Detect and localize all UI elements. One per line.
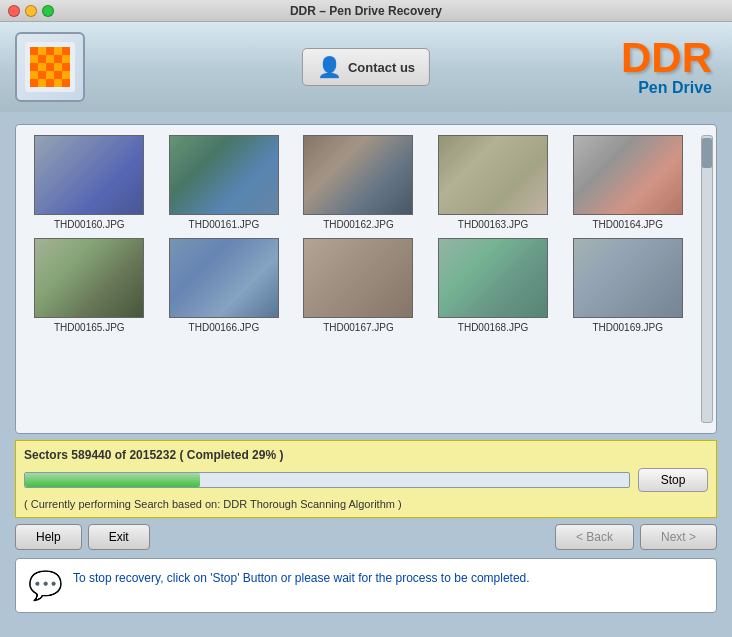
scrollbar-thumb[interactable]: [702, 138, 712, 168]
header: 👤 Contact us DDR Pen Drive: [0, 22, 732, 112]
svg-rect-18: [46, 71, 54, 79]
svg-rect-5: [62, 47, 70, 55]
progress-bar-row: Stop: [24, 468, 708, 492]
svg-rect-24: [54, 79, 62, 87]
gallery-item[interactable]: THD00164.JPG: [564, 135, 691, 230]
svg-rect-1: [30, 47, 38, 55]
back-button[interactable]: < Back: [555, 524, 634, 550]
thumbnail-label: THD00161.JPG: [189, 219, 260, 230]
gallery-item[interactable]: THD00167.JPG: [295, 238, 422, 333]
thumbnail-label: THD00165.JPG: [54, 322, 125, 333]
svg-rect-3: [46, 47, 54, 55]
exit-button[interactable]: Exit: [88, 524, 150, 550]
gallery-item[interactable]: THD00166.JPG: [161, 238, 288, 333]
minimize-button[interactable]: [25, 5, 37, 17]
thumbnail-label: THD00168.JPG: [458, 322, 529, 333]
info-icon: 💬: [28, 569, 63, 602]
svg-rect-17: [38, 71, 46, 79]
next-button[interactable]: Next >: [640, 524, 717, 550]
scrollbar[interactable]: [701, 135, 713, 423]
close-button[interactable]: [8, 5, 20, 17]
svg-rect-10: [62, 55, 70, 63]
thumbnail-overlay: [170, 239, 278, 317]
contact-icon: 👤: [317, 55, 342, 79]
thumbnail-label: THD00162.JPG: [323, 219, 394, 230]
gallery-item[interactable]: THD00160.JPG: [26, 135, 153, 230]
window-title: DDR – Pen Drive Recovery: [290, 4, 442, 18]
svg-rect-19: [54, 71, 62, 79]
thumbnail-overlay: [35, 136, 143, 214]
svg-rect-14: [54, 63, 62, 71]
progress-status: Sectors 589440 of 2015232 ( Completed 29…: [24, 446, 708, 464]
thumbnail-label: THD00167.JPG: [323, 322, 394, 333]
gallery-item[interactable]: THD00161.JPG: [161, 135, 288, 230]
contact-button[interactable]: 👤 Contact us: [302, 48, 430, 86]
thumbnail-image: [34, 135, 144, 215]
svg-rect-16: [30, 71, 38, 79]
thumbnail-overlay: [439, 239, 547, 317]
thumbnail-overlay: [304, 239, 412, 317]
thumbnail-image: [573, 135, 683, 215]
svg-rect-9: [54, 55, 62, 63]
maximize-button[interactable]: [42, 5, 54, 17]
svg-rect-20: [62, 71, 70, 79]
svg-rect-13: [46, 63, 54, 71]
svg-rect-6: [30, 55, 38, 63]
gallery-item[interactable]: THD00169.JPG: [564, 238, 691, 333]
thumbnail-image: [34, 238, 144, 318]
thumbnail-label: THD00164.JPG: [592, 219, 663, 230]
brand-area: DDR Pen Drive: [621, 37, 712, 97]
window-controls[interactable]: [8, 5, 54, 17]
svg-rect-4: [54, 47, 62, 55]
thumbnail-image: [303, 135, 413, 215]
thumbnail-label: THD00166.JPG: [189, 322, 260, 333]
gallery-item[interactable]: THD00168.JPG: [430, 238, 557, 333]
stop-button[interactable]: Stop: [638, 468, 708, 492]
gallery-panel: THD00160.JPGTHD00161.JPGTHD00162.JPGTHD0…: [15, 124, 717, 434]
thumbnail-overlay: [574, 136, 682, 214]
svg-rect-8: [46, 55, 54, 63]
gallery-item[interactable]: THD00165.JPG: [26, 238, 153, 333]
thumbnail-image: [303, 238, 413, 318]
app-logo-icon: [25, 42, 75, 92]
thumbnail-overlay: [35, 239, 143, 317]
svg-rect-12: [38, 63, 46, 71]
help-button[interactable]: Help: [15, 524, 82, 550]
brand-subtitle: Pen Drive: [621, 79, 712, 97]
thumbnail-image: [438, 135, 548, 215]
thumbnail-overlay: [574, 239, 682, 317]
thumbnail-image: [169, 238, 279, 318]
progress-bar-inner: [25, 473, 200, 487]
title-bar: DDR – Pen Drive Recovery: [0, 0, 732, 22]
bottom-buttons: Help Exit < Back Next >: [15, 524, 717, 550]
svg-rect-7: [38, 55, 46, 63]
thumbnail-overlay: [304, 136, 412, 214]
svg-rect-25: [62, 79, 70, 87]
thumbnail-image: [438, 238, 548, 318]
thumbnail-label: THD00160.JPG: [54, 219, 125, 230]
svg-rect-15: [62, 63, 70, 71]
progress-algorithm: ( Currently performing Search based on: …: [24, 496, 708, 512]
progress-section: Sectors 589440 of 2015232 ( Completed 29…: [15, 440, 717, 518]
thumbnail-image: [573, 238, 683, 318]
svg-rect-21: [30, 79, 38, 87]
thumbnail-overlay: [439, 136, 547, 214]
brand-name: DDR: [621, 37, 712, 79]
thumbnail-label: THD00163.JPG: [458, 219, 529, 230]
progress-bar-outer: [24, 472, 630, 488]
thumbnail-overlay: [170, 136, 278, 214]
thumbnail-image: [169, 135, 279, 215]
gallery-item[interactable]: THD00163.JPG: [430, 135, 557, 230]
thumbnail-label: THD00169.JPG: [592, 322, 663, 333]
gallery-grid: THD00160.JPGTHD00161.JPGTHD00162.JPGTHD0…: [26, 135, 706, 333]
logo-box: [15, 32, 85, 102]
contact-label: Contact us: [348, 60, 415, 75]
gallery-item[interactable]: THD00162.JPG: [295, 135, 422, 230]
info-box: 💬 To stop recovery, click on 'Stop' Butt…: [15, 558, 717, 613]
svg-rect-11: [30, 63, 38, 71]
svg-rect-2: [38, 47, 46, 55]
svg-rect-23: [46, 79, 54, 87]
main-content: THD00160.JPGTHD00161.JPGTHD00162.JPGTHD0…: [0, 112, 732, 637]
info-message: To stop recovery, click on 'Stop' Button…: [73, 569, 530, 587]
svg-rect-22: [38, 79, 46, 87]
